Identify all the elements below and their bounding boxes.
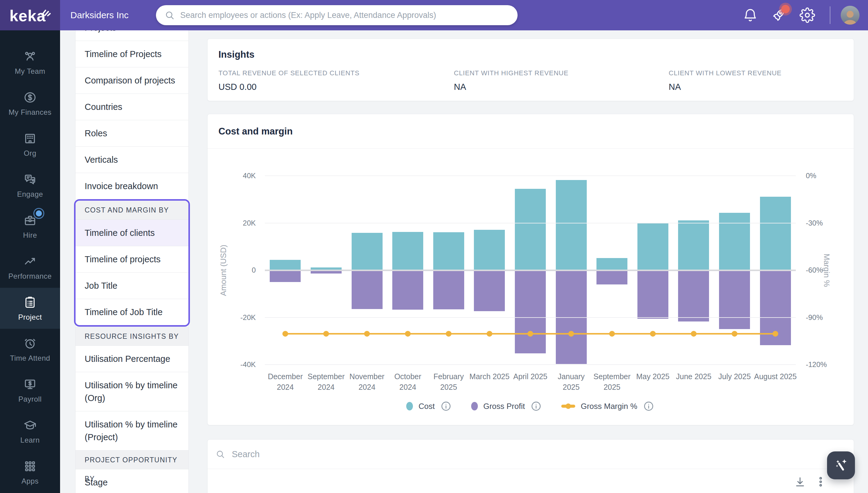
user-avatar[interactable]	[841, 6, 860, 25]
sidebar-item-job-title[interactable]: Job Title	[75, 272, 188, 299]
x-axis-label-september-2025: September 2025	[589, 371, 635, 392]
legend-label: Cost	[418, 402, 435, 411]
sidebar-item-label: Stage	[85, 476, 108, 489]
global-search-input[interactable]	[180, 10, 509, 20]
settings-button[interactable]	[799, 7, 815, 23]
nav-item-payroll[interactable]: Payroll	[0, 370, 60, 411]
more-options-button[interactable]	[814, 475, 827, 488]
ai-assistant-button[interactable]	[827, 451, 855, 479]
notification-dot	[781, 5, 790, 13]
nav-item-org[interactable]: Org	[0, 124, 60, 165]
chart-title: Cost and margin	[219, 126, 293, 137]
legend-item-cost[interactable]: Cost	[406, 401, 451, 412]
sidebar-item-timeline-of-projects[interactable]: Timeline of Projects	[75, 41, 188, 67]
performance-icon	[23, 254, 37, 269]
sidebar-item-label: Comparison of projects	[85, 74, 175, 87]
x-axis-label-february-2025: February 2025	[426, 371, 471, 392]
nav-item-hire[interactable]: Hire	[0, 206, 60, 247]
company-name: Darksiders Inc	[70, 0, 129, 30]
sidebar-item-utilisation-by-timeline-org[interactable]: Utilisation % by timeline (Org)	[75, 372, 188, 411]
x-axis-label-december-2024: December 2024	[263, 371, 308, 392]
nav-item-my-finances[interactable]: My Finances	[0, 83, 60, 124]
nav-item-label: Apps	[22, 477, 39, 486]
nav-item-performance[interactable]: Performance	[0, 247, 60, 288]
left-axis-title: Amount (USD)	[219, 225, 228, 316]
insights-title: Insights	[219, 49, 254, 60]
info-icon[interactable]	[440, 401, 452, 412]
nav-item-engage[interactable]: Engage	[0, 165, 60, 206]
sidebar-item-comparison-of-projects[interactable]: Comparison of projects	[75, 67, 188, 93]
sidebar-item-label: Timeline of clients	[85, 227, 155, 239]
sidebar-item-label: Roles	[85, 127, 107, 140]
x-axis-label-june-2025: June 2025	[671, 371, 716, 382]
nav-item-label: Time Attend	[10, 354, 50, 362]
nav-item-my-team[interactable]: My Team	[0, 42, 60, 83]
nav-item-label: Project	[18, 313, 42, 321]
nav-item-time-attend[interactable]: Time Attend	[0, 329, 60, 370]
search-icon	[164, 10, 175, 20]
sidebar-item-verticals[interactable]: Verticals	[75, 146, 188, 173]
new-badge-dot	[36, 210, 42, 216]
legend-marker-gross-margin	[561, 405, 575, 408]
insight-metric-label: CLIENT WITH LOWEST REVENUE	[669, 69, 781, 77]
cost-and-margin-group: COST AND MARGIN BYTimeline of clientsTim…	[74, 199, 190, 327]
global-search[interactable]	[156, 5, 517, 25]
notifications-button[interactable]	[742, 7, 758, 23]
legend-marker-cost	[406, 402, 413, 410]
hire-icon	[23, 213, 37, 228]
nav-item-label: Hire	[23, 231, 37, 239]
team-icon	[23, 49, 37, 63]
x-axis-label-january-2025: January 2025	[549, 371, 594, 392]
sidebar-item-utilisation-percentage[interactable]: Utilisation Percentage	[75, 345, 188, 372]
sidebar-section-header: COST AND MARGIN BY	[75, 201, 188, 219]
nav-item-apps[interactable]: Apps	[0, 452, 60, 493]
nav-item-label: Performance	[8, 272, 52, 280]
left-axis-tick: 40K	[219, 171, 256, 180]
sidebar-item-utilisation-by-timeline-project[interactable]: Utilisation % by timeline (Project)	[75, 411, 188, 450]
table-search-input[interactable]	[232, 449, 846, 459]
time-attend-icon	[23, 336, 37, 350]
project-icon	[23, 295, 37, 309]
legend-item-gross-margin[interactable]: Gross Margin %	[561, 401, 654, 412]
sidebar-item-label: Countries	[85, 101, 122, 113]
nav-item-project[interactable]: Project	[0, 288, 60, 329]
legend-label: Gross Profit	[483, 402, 525, 411]
apps-icon	[23, 459, 37, 473]
nav-item-learn[interactable]: Learn	[0, 411, 60, 452]
legend-marker-gross-profit	[471, 402, 478, 410]
sidebar-item-countries[interactable]: Countries	[75, 93, 188, 120]
sidebar-item-timeline-of-clients[interactable]: Timeline of clients	[75, 219, 188, 246]
magic-wand-icon	[833, 457, 849, 474]
sidebar-item-label: Timeline of Job Title	[85, 306, 163, 318]
gear-icon	[799, 19, 815, 24]
legend-item-gross-profit[interactable]: Gross Profit	[471, 401, 542, 412]
info-icon[interactable]	[643, 401, 654, 412]
kebab-menu-icon	[814, 485, 827, 489]
keka-logo[interactable]: keka	[0, 0, 60, 30]
engage-icon	[23, 172, 37, 186]
right-axis-tick: 0%	[806, 171, 817, 180]
table-actions	[794, 475, 827, 488]
insight-metric-label: CLIENT WITH HIGHEST REVENUE	[454, 69, 569, 77]
download-button[interactable]	[794, 475, 806, 488]
table-card	[207, 439, 854, 493]
x-axis-label-september-2024: September 2024	[304, 371, 349, 392]
sidebar-item-invoice-breakdown[interactable]: Invoice breakdown	[75, 173, 188, 199]
sidebar-item-timeline-of-projects[interactable]: Timeline of projects	[75, 246, 188, 272]
nav-item-label: Payroll	[19, 395, 42, 404]
sidebar-item-roles[interactable]: Roles	[75, 120, 188, 146]
x-axis-label-october-2024: October 2024	[385, 371, 430, 392]
rocket-icon	[771, 19, 787, 24]
info-icon[interactable]	[530, 401, 542, 412]
x-axis-label-july-2025: July 2025	[712, 371, 757, 382]
payroll-icon	[23, 377, 37, 391]
sidebar-item-timeline-of-job-title[interactable]: Timeline of Job Title	[75, 299, 188, 325]
left-axis-tick: -40K	[219, 360, 256, 369]
x-axis-label-august-2025: August 2025	[753, 371, 798, 382]
finances-icon	[23, 90, 37, 104]
x-axis-label-march-2025: March 2025	[467, 371, 512, 382]
sidebar-item-label: Verticals	[85, 153, 118, 166]
whats-new-button[interactable]	[771, 7, 787, 23]
org-icon	[23, 131, 37, 145]
gross-margin-line	[265, 176, 796, 365]
